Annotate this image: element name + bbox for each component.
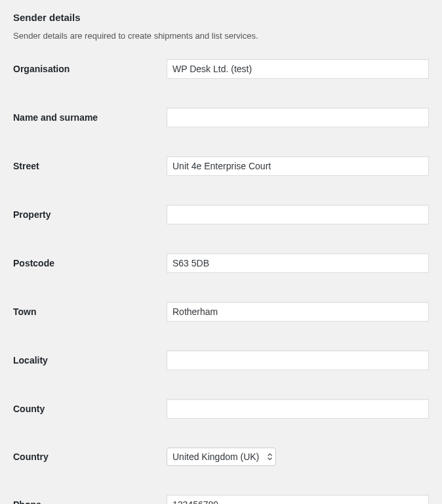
select-country[interactable]: United Kingdom (UK) bbox=[167, 448, 276, 466]
label-county: County bbox=[13, 404, 167, 414]
section-title: Sender details bbox=[13, 12, 429, 23]
row-country: Country United Kingdom (UK) bbox=[13, 448, 429, 466]
label-name-surname: Name and surname bbox=[13, 112, 167, 123]
label-locality: Locality bbox=[13, 355, 167, 366]
label-phone: Phone bbox=[13, 499, 167, 504]
row-locality: Locality bbox=[13, 350, 429, 370]
label-country: Country bbox=[13, 452, 167, 462]
section-description: Sender details are required to create sh… bbox=[13, 31, 429, 41]
input-locality[interactable] bbox=[167, 350, 429, 370]
row-county: County bbox=[13, 399, 429, 419]
label-organisation: Organisation bbox=[13, 64, 167, 74]
input-phone[interactable] bbox=[167, 495, 429, 504]
input-town[interactable] bbox=[167, 302, 429, 322]
label-town: Town bbox=[13, 306, 167, 317]
row-street: Street bbox=[13, 156, 429, 176]
row-phone: Phone bbox=[13, 495, 429, 504]
row-name-surname: Name and surname bbox=[13, 108, 429, 127]
input-name-surname[interactable] bbox=[167, 108, 429, 127]
row-postcode: Postcode bbox=[13, 253, 429, 273]
input-county[interactable] bbox=[167, 399, 429, 419]
label-street: Street bbox=[13, 161, 167, 171]
input-organisation[interactable] bbox=[167, 59, 429, 79]
row-property: Property bbox=[13, 205, 429, 224]
label-postcode: Postcode bbox=[13, 258, 167, 268]
form-table: Organisation Name and surname Street Pro… bbox=[13, 59, 429, 504]
input-property[interactable] bbox=[167, 205, 429, 224]
label-property: Property bbox=[13, 209, 167, 220]
select-wrap-country: United Kingdom (UK) bbox=[167, 448, 276, 466]
input-street[interactable] bbox=[167, 156, 429, 176]
sender-details-section: Sender details Sender details are requir… bbox=[13, 12, 429, 504]
row-town: Town bbox=[13, 302, 429, 322]
input-postcode[interactable] bbox=[167, 253, 429, 273]
row-organisation: Organisation bbox=[13, 59, 429, 79]
